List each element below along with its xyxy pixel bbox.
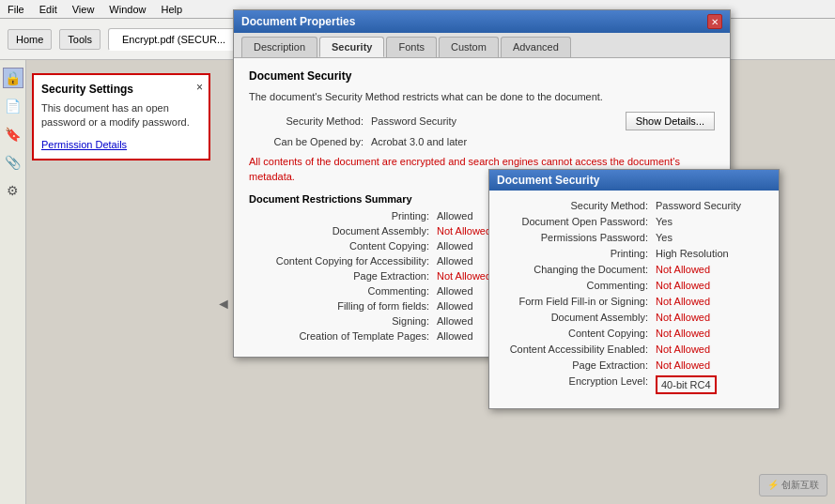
subdialog-accessibility-label: Content Accessibility Enabled: [501,344,656,355]
subdialog-content-copying-value: Not Allowed [656,328,710,339]
scroll-arrow: ◄ [216,296,231,313]
menu-help[interactable]: Help [161,4,182,15]
restriction-assembly-value: Not Allowed [437,225,491,237]
restriction-copying-accessibility-label: Content Copying for Accessibility: [249,255,437,267]
subdialog-changing-doc: Changing the Document: Not Allowed [501,264,767,275]
restriction-assembly-label: Document Assembly: [249,225,437,237]
dialog-titlebar: Document Properties ✕ [234,10,730,33]
subdialog-titlebar: Document Security [489,170,779,191]
subdialog-page-extraction: Page Extraction: Not Allowed [501,359,767,371]
subdialog-encryption-value: 40-bit RC4 [656,375,717,394]
dialog-close-btn[interactable]: ✕ [707,14,722,29]
opened-by-label: Can be Opened by: [249,136,371,147]
restriction-form-fields-label: Filling of form fields: [249,300,437,312]
pdf-tab[interactable]: Encrypt.pdf (SECUR... [108,28,240,51]
dialog-tabs: Description Security Fonts Custom Advanc… [234,33,730,58]
security-settings-description: This document has an open password or a … [41,101,201,130]
subdialog-content: Security Method: Password Security Docum… [489,191,779,408]
sidebar-layers-icon[interactable]: ⚙ [3,180,23,201]
subdialog-open-password-label: Document Open Password: [501,216,656,227]
subdialog-form-field: Form Field Fill-in or Signing: Not Allow… [501,296,767,307]
subdialog-commenting-label: Commenting: [501,280,656,291]
tools-btn[interactable]: Tools [59,29,101,50]
tab-security[interactable]: Security [319,37,384,57]
restriction-template-pages-value: Allowed [437,330,473,342]
subdialog-content-copying-label: Content Copying: [501,328,656,339]
restriction-page-extraction-label: Page Extraction: [249,270,437,282]
subdialog-permissions-password: Permissions Password: Yes [501,232,767,243]
menu-window[interactable]: Window [109,4,146,15]
restriction-printing-value: Allowed [437,210,473,221]
show-details-btn[interactable]: Show Details... [626,112,715,130]
security-settings-popup: Security Settings × This document has an… [32,73,210,160]
subdialog-open-password: Document Open Password: Yes [501,216,767,227]
subdialog-assembly-value: Not Allowed [656,312,710,323]
subdialog-security-method-value: Password Security [656,200,741,211]
restriction-commenting-label: Commenting: [249,285,437,297]
restriction-signing-label: Signing: [249,315,437,327]
security-settings-close-btn[interactable]: × [196,81,203,94]
restriction-form-fields-value: Allowed [437,300,473,312]
restriction-printing-label: Printing: [249,210,437,221]
subdialog-commenting-value: Not Allowed [656,280,710,291]
restriction-copying-value: Allowed [437,240,473,252]
subdialog-printing-label: Printing: [501,248,656,259]
restriction-page-extraction-value: Not Allowed [437,270,491,282]
subdialog-form-field-label: Form Field Fill-in or Signing: [501,296,656,307]
menu-file[interactable]: File [8,4,24,15]
security-method-row: Security Method: Password Security Show … [249,112,715,130]
opened-by-value: Acrobat 3.0 and later [371,136,467,147]
sidebar: 🔒 📄 🔖 📎 ⚙ [0,60,26,504]
subdialog-permissions-password-value: Yes [656,232,673,243]
subdialog-security-method-label: Security Method: [501,200,656,211]
subdialog-encryption-level: Encryption Level: 40-bit RC4 [501,375,767,394]
restriction-copying-label: Content Copying: [249,240,437,252]
subdialog-page-extraction-label: Page Extraction: [501,359,656,371]
subdialog-form-field-value: Not Allowed [656,296,710,307]
watermark-icon: ⚡ [767,480,779,490]
subdialog-accessibility: Content Accessibility Enabled: Not Allow… [501,344,767,355]
permission-details-link[interactable]: Permission Details [41,139,127,150]
sidebar-attach-icon[interactable]: 📎 [3,152,23,173]
subdialog-accessibility-value: Not Allowed [656,344,710,355]
restriction-signing-value: Allowed [437,315,473,327]
subdialog-security-method: Security Method: Password Security [501,200,767,211]
subdialog-encryption-label: Encryption Level: [501,375,656,394]
watermark-text: 创新互联 [781,480,819,490]
restriction-commenting-value: Allowed [437,285,473,297]
sidebar-lock-icon[interactable]: 🔒 [3,68,23,88]
intro-text: The document's Security Method restricts… [249,90,715,104]
subdialog-permissions-password-label: Permissions Password: [501,232,656,243]
security-method-value: Password Security [371,115,456,127]
tab-fonts[interactable]: Fonts [386,37,437,57]
menu-edit[interactable]: Edit [39,4,57,15]
document-security-subdialog: Document Security Security Method: Passw… [488,169,780,409]
security-settings-title: Security Settings [41,83,201,96]
dialog-title: Document Properties [241,15,355,28]
subdialog-assembly: Document Assembly: Not Allowed [501,312,767,323]
subdialog-content-copying: Content Copying: Not Allowed [501,328,767,339]
sidebar-bookmark-icon[interactable]: 🔖 [3,124,23,145]
restriction-template-pages-label: Creation of Template Pages: [249,330,437,342]
subdialog-changing-doc-label: Changing the Document: [501,264,656,275]
subdialog-open-password-value: Yes [656,216,673,227]
subdialog-commenting: Commenting: Not Allowed [501,280,767,291]
restriction-copying-accessibility-value: Allowed [437,255,473,267]
subdialog-assembly-label: Document Assembly: [501,312,656,323]
tab-custom[interactable]: Custom [439,37,499,57]
section-title: Document Security [249,69,715,83]
subdialog-page-extraction-value: Not Allowed [656,359,710,371]
menu-view[interactable]: View [72,4,95,15]
tab-description[interactable]: Description [241,37,317,57]
subdialog-printing-value: High Resolution [656,248,729,259]
home-btn[interactable]: Home [8,29,52,50]
opened-by-row: Can be Opened by: Acrobat 3.0 and later [249,136,715,147]
tab-advanced[interactable]: Advanced [501,37,571,57]
watermark: ⚡ 创新互联 [759,474,827,496]
subdialog-printing: Printing: High Resolution [501,248,767,259]
sidebar-page-icon[interactable]: 📄 [3,96,23,116]
security-method-label: Security Method: [249,115,371,127]
subdialog-changing-doc-value: Not Allowed [656,264,710,275]
